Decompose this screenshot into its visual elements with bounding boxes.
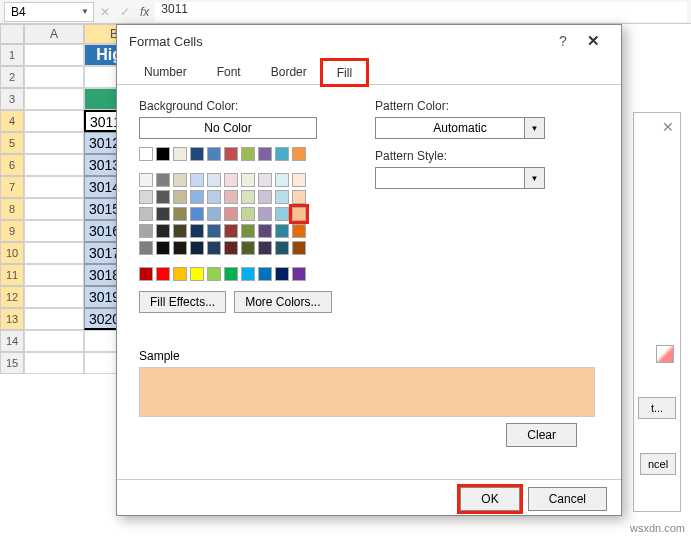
row-header[interactable]: 1 — [0, 44, 24, 66]
color-swatch[interactable] — [207, 173, 221, 187]
color-swatch[interactable] — [173, 241, 187, 255]
color-swatch[interactable] — [190, 241, 204, 255]
color-swatch[interactable] — [156, 173, 170, 187]
color-swatch[interactable] — [241, 207, 255, 221]
color-swatch[interactable] — [241, 190, 255, 204]
color-swatch[interactable] — [258, 241, 272, 255]
color-swatch[interactable] — [207, 207, 221, 221]
pattern-style-select[interactable]: ▼ — [375, 167, 545, 189]
row-header[interactable]: 9 — [0, 220, 24, 242]
no-color-button[interactable]: No Color — [139, 117, 317, 139]
row-header[interactable]: 5 — [0, 132, 24, 154]
row-header[interactable]: 7 — [0, 176, 24, 198]
color-swatch[interactable] — [258, 173, 272, 187]
color-swatch[interactable] — [156, 207, 170, 221]
bg-button-ncel[interactable]: ncel — [640, 453, 676, 475]
color-swatch[interactable] — [292, 173, 306, 187]
tab-fill[interactable]: Fill — [322, 60, 367, 85]
color-swatch[interactable] — [207, 147, 221, 161]
color-swatch[interactable] — [292, 267, 306, 281]
color-swatch[interactable] — [275, 173, 289, 187]
color-swatch[interactable] — [258, 207, 272, 221]
name-box[interactable]: B4 ▼ — [4, 2, 94, 22]
close-icon[interactable]: ✕ — [662, 119, 674, 135]
cancel-button[interactable]: Cancel — [528, 487, 607, 511]
color-swatch[interactable] — [173, 147, 187, 161]
color-swatch[interactable] — [275, 241, 289, 255]
color-swatch[interactable] — [224, 190, 238, 204]
tab-number[interactable]: Number — [129, 59, 202, 84]
row-header[interactable]: 13 — [0, 308, 24, 330]
color-swatch[interactable] — [241, 224, 255, 238]
color-swatch[interactable] — [156, 224, 170, 238]
cell[interactable] — [24, 88, 84, 110]
color-swatch[interactable] — [173, 207, 187, 221]
color-swatch[interactable] — [190, 207, 204, 221]
color-swatch[interactable] — [275, 207, 289, 221]
col-header-a[interactable]: A — [24, 24, 84, 44]
color-swatch[interactable] — [139, 224, 153, 238]
color-swatch[interactable] — [258, 224, 272, 238]
color-swatch[interactable] — [190, 173, 204, 187]
color-swatch[interactable] — [139, 207, 153, 221]
color-swatch[interactable] — [275, 224, 289, 238]
row-header[interactable]: 11 — [0, 264, 24, 286]
color-swatch[interactable] — [190, 267, 204, 281]
color-swatch[interactable] — [156, 267, 170, 281]
fx-icon[interactable]: fx — [140, 5, 149, 19]
color-swatch[interactable] — [156, 147, 170, 161]
bg-button-t[interactable]: t... — [638, 397, 676, 419]
row-header[interactable]: 4 — [0, 110, 24, 132]
color-swatch[interactable] — [156, 241, 170, 255]
pattern-color-select[interactable]: Automatic ▼ — [375, 117, 545, 139]
row-header[interactable]: 3 — [0, 88, 24, 110]
color-swatch[interactable] — [275, 267, 289, 281]
row-header[interactable]: 10 — [0, 242, 24, 264]
cell[interactable] — [24, 44, 84, 66]
cell[interactable] — [24, 352, 84, 374]
cell[interactable] — [24, 330, 84, 352]
row-header[interactable]: 8 — [0, 198, 24, 220]
tab-font[interactable]: Font — [202, 59, 256, 84]
color-swatch[interactable] — [292, 190, 306, 204]
color-swatch[interactable] — [292, 207, 306, 221]
cell[interactable] — [24, 286, 84, 308]
color-swatch[interactable] — [241, 241, 255, 255]
row-header[interactable]: 12 — [0, 286, 24, 308]
color-swatch[interactable] — [190, 190, 204, 204]
color-swatch[interactable] — [275, 190, 289, 204]
cell[interactable] — [24, 308, 84, 330]
row-header[interactable]: 6 — [0, 154, 24, 176]
cell[interactable] — [24, 242, 84, 264]
color-swatch[interactable] — [173, 173, 187, 187]
row-header[interactable]: 14 — [0, 330, 24, 352]
tab-border[interactable]: Border — [256, 59, 322, 84]
color-swatch[interactable] — [241, 267, 255, 281]
color-swatch[interactable] — [207, 267, 221, 281]
color-swatch[interactable] — [224, 173, 238, 187]
color-swatch[interactable] — [224, 241, 238, 255]
cell[interactable] — [24, 154, 84, 176]
fill-effects-button[interactable]: Fill Effects... — [139, 291, 226, 313]
chevron-down-icon[interactable]: ▼ — [81, 7, 89, 16]
row-header[interactable]: 15 — [0, 352, 24, 374]
color-swatch[interactable] — [156, 190, 170, 204]
close-icon[interactable]: ✕ — [577, 32, 609, 50]
color-swatch[interactable] — [190, 147, 204, 161]
cell[interactable] — [24, 264, 84, 286]
color-swatch[interactable] — [139, 147, 153, 161]
color-swatch[interactable] — [139, 241, 153, 255]
more-colors-button[interactable]: More Colors... — [234, 291, 331, 313]
cell[interactable] — [24, 220, 84, 242]
color-swatch[interactable] — [258, 190, 272, 204]
range-select-icon[interactable] — [656, 345, 674, 363]
color-swatch[interactable] — [258, 267, 272, 281]
color-swatch[interactable] — [224, 207, 238, 221]
color-swatch[interactable] — [241, 147, 255, 161]
color-swatch[interactable] — [224, 147, 238, 161]
color-swatch[interactable] — [292, 241, 306, 255]
clear-button[interactable]: Clear — [506, 423, 577, 447]
color-swatch[interactable] — [207, 241, 221, 255]
select-all-corner[interactable] — [0, 24, 24, 44]
color-swatch[interactable] — [139, 190, 153, 204]
